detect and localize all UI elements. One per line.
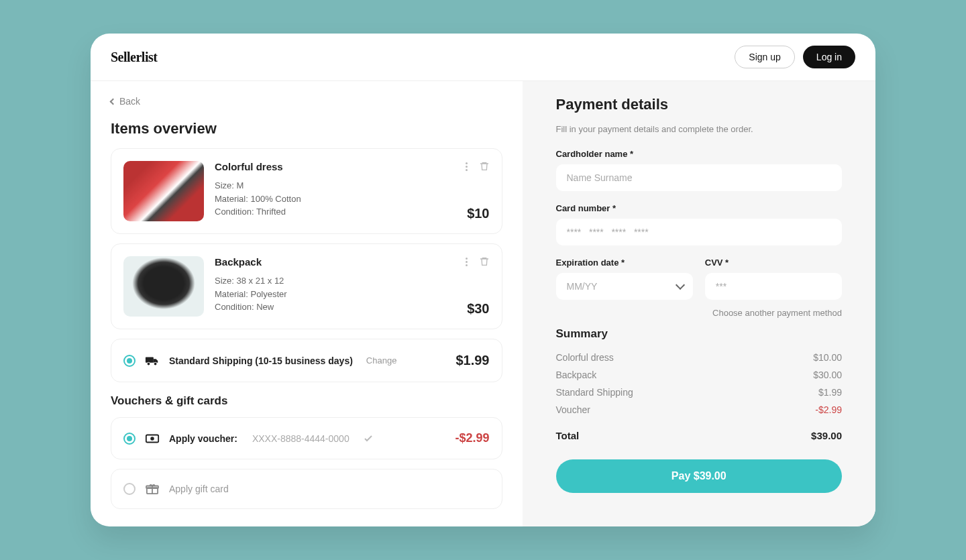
- shipping-card[interactable]: Standard Shipping (10-15 business days) …: [111, 339, 502, 382]
- summary-row-value: -$2.99: [815, 404, 842, 415]
- summary-heading: Summary: [556, 327, 843, 341]
- svg-rect-0: [146, 357, 154, 362]
- summary-total-label: Total: [556, 430, 580, 441]
- summary-row: Backpack $30.00: [556, 366, 843, 384]
- shipping-price: $1.99: [455, 353, 489, 368]
- summary-row-label: Voucher: [556, 404, 590, 415]
- ticket-icon: [145, 433, 160, 445]
- product-title: Backpack: [215, 256, 490, 268]
- product-condition: Condition: Thrifted: [215, 205, 490, 219]
- product-image: [123, 161, 204, 221]
- summary-row: Voucher -$2.99: [556, 401, 843, 418]
- radio-checked-icon[interactable]: [123, 433, 136, 445]
- summary-row-label: Colorful dress: [556, 352, 614, 363]
- items-heading: Items overview: [111, 120, 502, 137]
- svg-point-1: [147, 362, 150, 366]
- summary-row: Standard Shipping $1.99: [556, 384, 843, 401]
- product-image: [123, 256, 204, 317]
- item-card: Backpack Size: 38 x 21 x 12 Material: Po…: [111, 243, 502, 329]
- login-button[interactable]: Log in: [803, 46, 855, 68]
- radio-unchecked-icon[interactable]: [123, 483, 136, 495]
- product-price: $10: [467, 206, 489, 221]
- svg-point-4: [151, 437, 154, 440]
- alt-payment-link[interactable]: Choose another payment method: [556, 308, 843, 318]
- product-condition: Condition: New: [215, 300, 490, 314]
- voucher-label: Apply voucher:: [169, 433, 237, 444]
- cardnumber-input[interactable]: [556, 219, 843, 245]
- gift-card-option[interactable]: Apply gift card: [111, 469, 502, 509]
- vouchers-heading: Vouchers & gift cards: [111, 394, 502, 408]
- summary-row-value: $1.99: [818, 387, 842, 398]
- voucher-card[interactable]: Apply voucher: XXXX-8888-4444-0000 -$2.9…: [111, 417, 502, 459]
- product-size: Size: 38 x 21 x 12: [215, 274, 490, 288]
- summary-row-label: Backpack: [556, 370, 597, 380]
- truck-icon: [145, 355, 160, 367]
- cardholder-input[interactable]: [556, 164, 843, 191]
- product-price: $30: [467, 301, 489, 317]
- product-title: Colorful dress: [215, 161, 490, 172]
- trash-icon[interactable]: [479, 161, 490, 172]
- shipping-label: Standard Shipping (10-15 business days): [169, 355, 353, 366]
- voucher-code: XXXX-8888-4444-0000: [252, 433, 350, 444]
- trash-icon[interactable]: [479, 256, 490, 267]
- summary-row-value: $30.00: [813, 370, 842, 380]
- payment-subtitle: Fill in your payment details and complet…: [556, 124, 843, 134]
- summary-row-label: Standard Shipping: [556, 387, 633, 398]
- product-material: Material: Polyester: [215, 288, 490, 301]
- summary-row-value: $10.00: [813, 352, 842, 363]
- check-icon: [363, 433, 374, 444]
- more-icon[interactable]: [462, 161, 472, 172]
- cardholder-label: Cardholder name *: [556, 149, 843, 159]
- back-link[interactable]: Back: [111, 96, 502, 107]
- expiry-select[interactable]: [556, 273, 693, 300]
- gift-icon: [145, 483, 160, 495]
- svg-point-2: [154, 362, 157, 366]
- gift-label: Apply gift card: [169, 484, 229, 494]
- payment-heading: Payment details: [556, 96, 843, 113]
- chevron-left-icon: [110, 98, 117, 105]
- product-material: Material: 100% Cotton: [215, 192, 490, 206]
- item-card: Colorful dress Size: M Material: 100% Co…: [111, 148, 502, 234]
- cardnumber-label: Card number *: [556, 203, 843, 213]
- pay-button[interactable]: Pay $39.00: [556, 459, 843, 493]
- brand-logo: Sellerlist: [111, 50, 157, 65]
- cvv-label: CVV *: [705, 258, 842, 268]
- summary-total-value: $39.00: [811, 430, 842, 441]
- summary-row: Colorful dress $10.00: [556, 349, 843, 366]
- radio-checked-icon[interactable]: [123, 355, 136, 367]
- voucher-amount: -$2.99: [455, 431, 489, 445]
- expiry-label: Expiration date *: [556, 258, 693, 268]
- signup-button[interactable]: Sign up: [735, 46, 794, 68]
- product-size: Size: M: [215, 179, 490, 192]
- back-label: Back: [119, 96, 140, 107]
- cvv-input[interactable]: [705, 273, 842, 300]
- more-icon[interactable]: [462, 256, 472, 267]
- summary-total: Total $39.00: [556, 423, 843, 445]
- change-shipping-link[interactable]: Change: [366, 355, 397, 366]
